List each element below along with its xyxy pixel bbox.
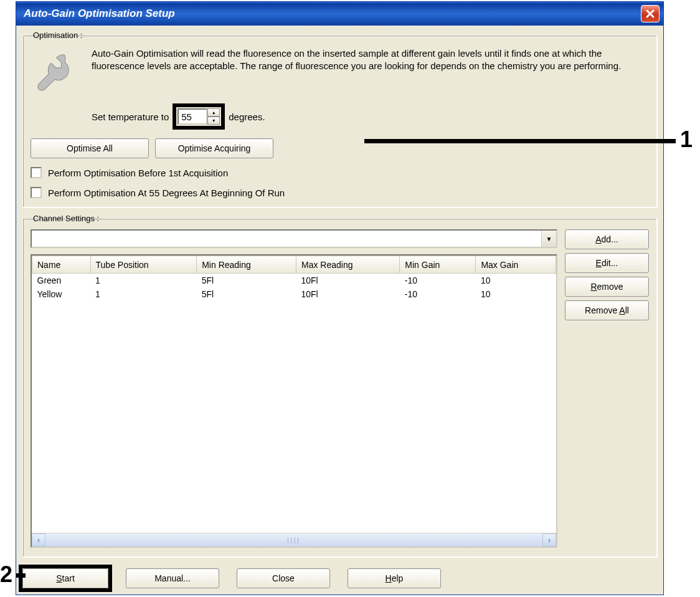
channel-table: Name Tube Position Min Reading Max Readi… — [32, 256, 556, 301]
wrench-icon — [31, 46, 80, 96]
perform-before-first-label: Perform Optimisation Before 1st Acquisit… — [48, 168, 228, 178]
perform-at-55-checkbox[interactable] — [31, 187, 42, 198]
optimise-acquiring-button[interactable]: Optimise Acquiring — [155, 138, 273, 158]
titlebar: Auto-Gain Optimisation Setup — [16, 2, 663, 26]
temp-prefix-label: Set temperature to — [92, 112, 169, 122]
close-button[interactable]: Close — [237, 568, 330, 588]
callout-1-label: 1 — [680, 127, 693, 153]
scroll-right-button[interactable]: › — [542, 533, 556, 547]
horizontal-scrollbar[interactable]: ‹ |||| › — [32, 533, 556, 547]
bottom-button-row: Start Manual... Close Help — [22, 563, 657, 588]
add-button[interactable]: Add... — [565, 229, 649, 249]
window-title: Auto-Gain Optimisation Setup — [24, 7, 175, 20]
remove-button[interactable]: Remove — [565, 277, 649, 297]
remove-all-button[interactable]: Remove All — [565, 300, 649, 320]
col-maxr[interactable]: Max Reading — [296, 256, 400, 274]
table-row[interactable]: Green 1 5Fl 10Fl -10 10 — [32, 274, 556, 287]
close-icon — [645, 9, 655, 19]
dropdown-arrow-button[interactable]: ▼ — [541, 231, 556, 247]
temperature-down-button[interactable]: ▼ — [207, 117, 220, 125]
channel-dropdown-value — [32, 231, 541, 247]
optimisation-legend: Optimisation : — [31, 31, 85, 40]
scroll-track[interactable]: |||| — [45, 533, 542, 547]
chevron-left-icon: ‹ — [37, 536, 40, 545]
close-window-button[interactable] — [641, 5, 660, 22]
perform-before-first-checkbox[interactable] — [31, 167, 42, 178]
optimisation-description: Auto-Gain Optimisation will read the flu… — [92, 46, 649, 73]
channel-settings-legend: Channel Settings : — [31, 214, 102, 223]
perform-at-55-label: Perform Optimisation At 55 Degrees At Be… — [48, 188, 285, 198]
col-ming[interactable]: Min Gain — [400, 256, 476, 274]
table-row[interactable]: Yellow 1 5Fl 10Fl -10 10 — [32, 287, 556, 301]
chevron-down-icon: ▼ — [546, 236, 552, 242]
manual-button[interactable]: Manual... — [126, 568, 219, 588]
channel-settings-group: Channel Settings : ▼ — [22, 214, 657, 557]
optimise-all-button[interactable]: Optimise All — [31, 138, 149, 158]
scroll-left-button[interactable]: ‹ — [32, 533, 45, 547]
callout-2-label: 2 — [0, 561, 12, 588]
help-button[interactable]: Help — [348, 568, 441, 588]
temperature-input[interactable] — [177, 108, 207, 125]
optimisation-group: Optimisation : Auto-Gain Optimisation wi… — [22, 31, 657, 208]
callout-1-line — [364, 139, 676, 143]
callout-2-line — [16, 573, 26, 578]
col-name[interactable]: Name — [32, 256, 91, 274]
temp-suffix-label: degrees. — [229, 112, 265, 122]
col-minr[interactable]: Min Reading — [197, 256, 296, 274]
temperature-row: Set temperature to ▲ ▼ degrees. — [92, 107, 649, 126]
col-tube[interactable]: Tube Position — [90, 256, 197, 274]
channel-table-container: Name Tube Position Min Reading Max Readi… — [31, 254, 557, 548]
dialog-window: Auto-Gain Optimisation Setup Optimisatio… — [16, 1, 664, 595]
col-maxg[interactable]: Max Gain — [476, 256, 556, 274]
temperature-spinner-highlight: ▲ ▼ — [173, 103, 225, 130]
start-button[interactable]: Start — [22, 568, 108, 588]
channel-dropdown[interactable]: ▼ — [31, 229, 557, 248]
start-button-highlight: Start — [19, 565, 112, 592]
temperature-up-button[interactable]: ▲ — [207, 108, 220, 117]
edit-button[interactable]: Edit... — [565, 253, 649, 273]
chevron-right-icon: › — [548, 536, 551, 545]
